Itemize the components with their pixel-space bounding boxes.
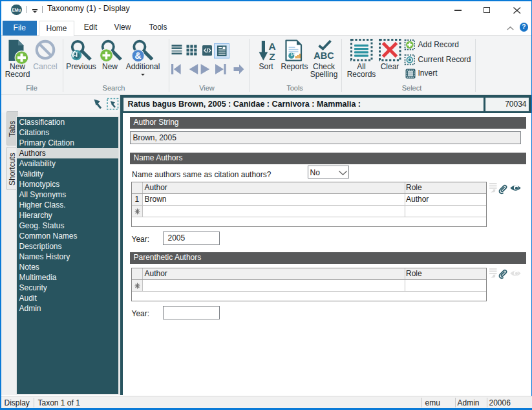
svg-text:A: A [268, 41, 275, 52]
svg-text:Z: Z [269, 51, 275, 62]
svg-text:&: & [135, 50, 142, 61]
svg-text:ABC: ABC [314, 50, 334, 61]
